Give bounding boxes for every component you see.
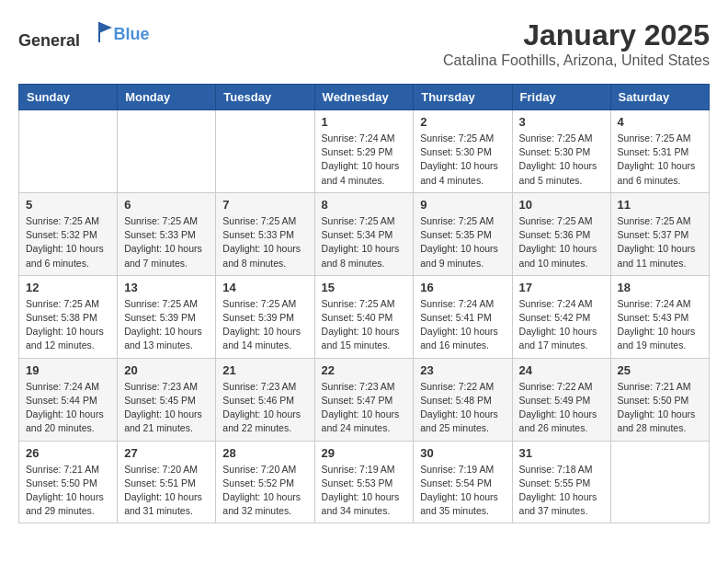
calendar-week-1: 1Sunrise: 7:24 AMSunset: 5:29 PMDaylight… (19, 110, 710, 193)
calendar-week-3: 12Sunrise: 7:25 AMSunset: 5:38 PMDayligh… (19, 275, 710, 358)
logo-flag-icon (86, 18, 114, 46)
day-info: Sunrise: 7:19 AMSunset: 5:54 PMDaylight:… (420, 463, 505, 519)
day-number: 11 (618, 198, 702, 212)
day-info: Sunrise: 7:25 AMSunset: 5:39 PMDaylight:… (222, 297, 307, 353)
day-number: 21 (222, 363, 307, 377)
logo-blue-text: Blue (114, 25, 150, 43)
day-info: Sunrise: 7:25 AMSunset: 5:33 PMDaylight:… (222, 214, 307, 270)
weekday-header-saturday: Saturday (610, 85, 709, 110)
day-info: Sunrise: 7:21 AMSunset: 5:50 PMDaylight:… (618, 380, 702, 436)
day-number: 17 (519, 281, 604, 294)
calendar-cell: 25Sunrise: 7:21 AMSunset: 5:50 PMDayligh… (610, 358, 709, 441)
day-number: 29 (322, 446, 407, 460)
day-info: Sunrise: 7:24 AMSunset: 5:41 PMDaylight:… (420, 297, 505, 353)
day-number: 4 (618, 115, 702, 129)
day-number: 16 (420, 281, 505, 294)
day-info: Sunrise: 7:20 AMSunset: 5:51 PMDaylight:… (124, 463, 209, 519)
calendar-cell: 4Sunrise: 7:25 AMSunset: 5:31 PMDaylight… (610, 110, 709, 193)
calendar-week-4: 19Sunrise: 7:24 AMSunset: 5:44 PMDayligh… (19, 358, 710, 441)
day-info: Sunrise: 7:22 AMSunset: 5:49 PMDaylight:… (519, 380, 604, 436)
day-number: 25 (618, 363, 702, 377)
weekday-header-thursday: Thursday (414, 85, 512, 110)
day-number: 10 (519, 198, 604, 212)
calendar-cell: 6Sunrise: 7:25 AMSunset: 5:33 PMDaylight… (118, 192, 216, 275)
day-number: 18 (618, 281, 702, 294)
day-info: Sunrise: 7:25 AMSunset: 5:32 PMDaylight:… (26, 214, 110, 270)
calendar-week-5: 26Sunrise: 7:21 AMSunset: 5:50 PMDayligh… (19, 441, 710, 523)
day-info: Sunrise: 7:23 AMSunset: 5:47 PMDaylight:… (322, 380, 407, 436)
day-number: 3 (519, 115, 604, 129)
calendar-cell: 29Sunrise: 7:19 AMSunset: 5:53 PMDayligh… (314, 441, 414, 523)
day-info: Sunrise: 7:25 AMSunset: 5:35 PMDaylight:… (420, 214, 505, 270)
calendar-cell: 2Sunrise: 7:25 AMSunset: 5:30 PMDaylight… (414, 110, 512, 193)
day-info: Sunrise: 7:25 AMSunset: 5:40 PMDaylight:… (322, 297, 407, 353)
calendar-cell: 22Sunrise: 7:23 AMSunset: 5:47 PMDayligh… (314, 358, 414, 441)
calendar-cell: 16Sunrise: 7:24 AMSunset: 5:41 PMDayligh… (414, 275, 512, 358)
day-info: Sunrise: 7:22 AMSunset: 5:48 PMDaylight:… (420, 380, 505, 436)
calendar-cell: 20Sunrise: 7:23 AMSunset: 5:45 PMDayligh… (118, 358, 216, 441)
calendar-cell (216, 110, 314, 193)
day-number: 12 (26, 281, 110, 294)
day-number: 24 (519, 363, 604, 377)
day-info: Sunrise: 7:21 AMSunset: 5:50 PMDaylight:… (26, 463, 110, 519)
calendar-cell: 27Sunrise: 7:20 AMSunset: 5:51 PMDayligh… (118, 441, 216, 523)
svg-marker-0 (99, 22, 112, 33)
day-number: 15 (322, 281, 407, 294)
day-info: Sunrise: 7:25 AMSunset: 5:34 PMDaylight:… (322, 214, 407, 270)
day-info: Sunrise: 7:23 AMSunset: 5:46 PMDaylight:… (222, 380, 307, 436)
calendar-cell: 14Sunrise: 7:25 AMSunset: 5:39 PMDayligh… (216, 275, 314, 358)
day-number: 8 (322, 198, 407, 212)
title-area: January 2025 Catalina Foothills, Arizona… (443, 18, 710, 69)
weekday-header-sunday: Sunday (19, 85, 118, 110)
location-title: Catalina Foothills, Arizona, United Stat… (443, 52, 710, 69)
calendar-cell: 17Sunrise: 7:24 AMSunset: 5:42 PMDayligh… (512, 275, 610, 358)
day-info: Sunrise: 7:20 AMSunset: 5:52 PMDaylight:… (222, 463, 307, 519)
logo: General Blue (18, 18, 150, 51)
logo-general-text: General (18, 31, 80, 50)
svg-rect-1 (98, 22, 100, 42)
calendar-cell: 28Sunrise: 7:20 AMSunset: 5:52 PMDayligh… (216, 441, 314, 523)
day-info: Sunrise: 7:24 AMSunset: 5:29 PMDaylight:… (322, 132, 407, 188)
day-info: Sunrise: 7:25 AMSunset: 5:36 PMDaylight:… (519, 214, 604, 270)
calendar-cell (610, 441, 709, 523)
day-number: 6 (124, 198, 209, 212)
calendar-cell (19, 110, 118, 193)
calendar-cell: 24Sunrise: 7:22 AMSunset: 5:49 PMDayligh… (512, 358, 610, 441)
day-info: Sunrise: 7:25 AMSunset: 5:33 PMDaylight:… (124, 214, 209, 270)
day-number: 7 (222, 198, 307, 212)
calendar-cell: 19Sunrise: 7:24 AMSunset: 5:44 PMDayligh… (19, 358, 118, 441)
calendar-cell: 1Sunrise: 7:24 AMSunset: 5:29 PMDaylight… (314, 110, 414, 193)
calendar-cell: 26Sunrise: 7:21 AMSunset: 5:50 PMDayligh… (19, 441, 118, 523)
weekday-header-wednesday: Wednesday (314, 85, 414, 110)
day-info: Sunrise: 7:18 AMSunset: 5:55 PMDaylight:… (519, 463, 604, 519)
calendar-cell: 21Sunrise: 7:23 AMSunset: 5:46 PMDayligh… (216, 358, 314, 441)
calendar-cell (118, 110, 216, 193)
calendar-cell: 9Sunrise: 7:25 AMSunset: 5:35 PMDaylight… (414, 192, 512, 275)
day-info: Sunrise: 7:25 AMSunset: 5:39 PMDaylight:… (124, 297, 209, 353)
day-info: Sunrise: 7:19 AMSunset: 5:53 PMDaylight:… (322, 463, 407, 519)
day-number: 30 (420, 446, 505, 460)
calendar-cell: 18Sunrise: 7:24 AMSunset: 5:43 PMDayligh… (610, 275, 709, 358)
calendar-cell: 15Sunrise: 7:25 AMSunset: 5:40 PMDayligh… (314, 275, 414, 358)
calendar-week-2: 5Sunrise: 7:25 AMSunset: 5:32 PMDaylight… (19, 192, 710, 275)
calendar: SundayMondayTuesdayWednesdayThursdayFrid… (18, 84, 710, 523)
calendar-cell: 23Sunrise: 7:22 AMSunset: 5:48 PMDayligh… (414, 358, 512, 441)
calendar-cell: 11Sunrise: 7:25 AMSunset: 5:37 PMDayligh… (610, 192, 709, 275)
day-info: Sunrise: 7:23 AMSunset: 5:45 PMDaylight:… (124, 380, 209, 436)
weekday-header-tuesday: Tuesday (216, 85, 314, 110)
day-number: 9 (420, 198, 505, 212)
day-number: 2 (420, 115, 505, 129)
day-number: 5 (26, 198, 110, 212)
day-number: 23 (420, 363, 505, 377)
day-info: Sunrise: 7:25 AMSunset: 5:31 PMDaylight:… (618, 132, 702, 188)
calendar-cell: 31Sunrise: 7:18 AMSunset: 5:55 PMDayligh… (512, 441, 610, 523)
day-number: 28 (222, 446, 307, 460)
calendar-cell: 30Sunrise: 7:19 AMSunset: 5:54 PMDayligh… (414, 441, 512, 523)
day-number: 22 (322, 363, 407, 377)
calendar-cell: 3Sunrise: 7:25 AMSunset: 5:30 PMDaylight… (512, 110, 610, 193)
day-number: 13 (124, 281, 209, 294)
calendar-cell: 5Sunrise: 7:25 AMSunset: 5:32 PMDaylight… (19, 192, 118, 275)
day-number: 1 (322, 115, 407, 129)
day-info: Sunrise: 7:25 AMSunset: 5:30 PMDaylight:… (420, 132, 505, 188)
day-number: 26 (26, 446, 110, 460)
